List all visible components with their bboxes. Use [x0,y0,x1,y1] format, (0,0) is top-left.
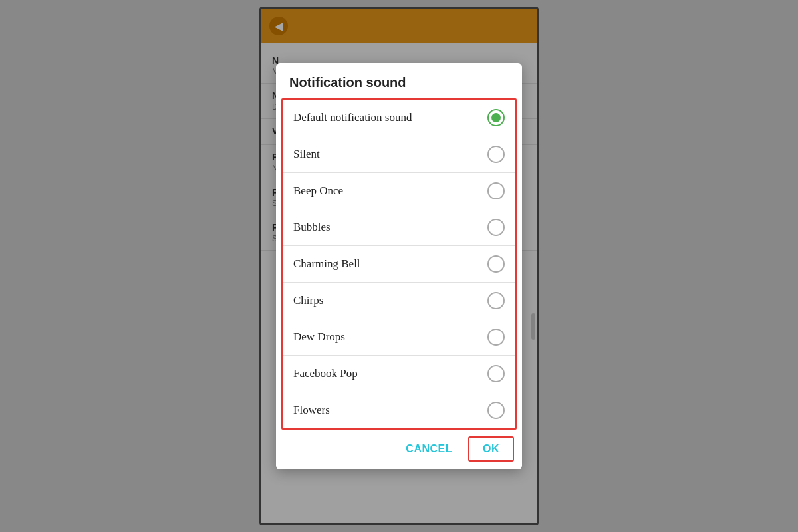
radio-chirps [487,292,505,309]
radio-bubbles [487,219,505,236]
sound-option-default[interactable]: Default notification sound [283,100,515,136]
dialog-actions: CANCEL OK [276,430,522,469]
dialog-list: Default notification sound Silent Beep O… [281,98,517,430]
ok-button[interactable]: OK [468,436,514,462]
sound-option-bubbles[interactable]: Bubbles [283,209,515,246]
sound-option-beep-once[interactable]: Beep Once [283,173,515,209]
sound-option-default-label: Default notification sound [293,111,412,124]
sound-option-silent[interactable]: Silent [283,136,515,173]
sound-option-facebook-pop-label: Facebook Pop [293,367,358,380]
sound-option-dew-drops-label: Dew Drops [293,331,345,344]
radio-charming-bell [487,255,505,273]
notification-sound-dialog: Notification sound Default notification … [276,63,522,469]
sound-option-beep-once-label: Beep Once [293,184,343,198]
radio-flowers [487,402,505,419]
radio-beep-once [487,182,505,200]
sound-option-flowers[interactable]: Flowers [283,392,515,428]
sound-option-facebook-pop[interactable]: Facebook Pop [283,356,515,392]
radio-silent [487,146,505,163]
dialog-title: Notification sound [276,63,522,98]
radio-default [487,109,505,126]
sound-option-bubbles-label: Bubbles [293,221,331,234]
sound-option-chirps[interactable]: Chirps [283,283,515,319]
dialog-overlay: Notification sound Default notification … [261,9,537,523]
sound-option-silent-label: Silent [293,148,320,161]
radio-facebook-pop [487,365,505,382]
sound-option-flowers-label: Flowers [293,404,330,417]
sound-option-charming-bell[interactable]: Charming Bell [283,246,515,283]
sound-option-dew-drops[interactable]: Dew Drops [283,319,515,356]
phone-frame: ◀ N Ma... wh... N De... V ? R Ne... P Sh… [259,7,539,525]
cancel-button[interactable]: CANCEL [395,436,463,462]
sound-option-chirps-label: Chirps [293,294,323,307]
radio-dew-drops [487,329,505,346]
sound-option-charming-bell-label: Charming Bell [293,257,360,271]
